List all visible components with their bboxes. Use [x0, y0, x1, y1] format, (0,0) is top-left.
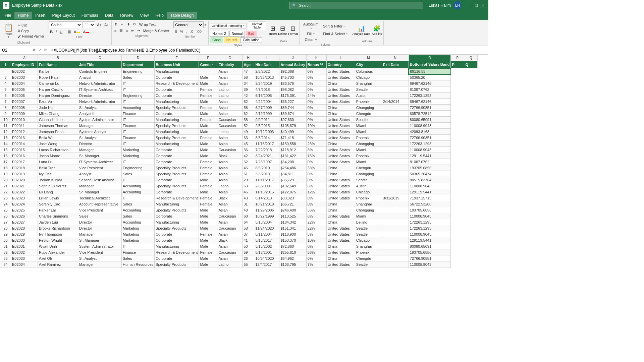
cell-N29[interactable]	[382, 231, 409, 237]
cell-D7[interactable]: IT	[122, 99, 155, 105]
cell-M27[interactable]: Beijing	[355, 219, 382, 225]
cell-M3[interactable]: Chicago	[355, 74, 382, 80]
cell-L9[interactable]: China	[326, 111, 355, 117]
cell-A11[interactable]: E02011	[11, 123, 38, 129]
minimize-button[interactable]: —	[467, 3, 472, 8]
cell-B22[interactable]: Eli Dang	[38, 189, 78, 195]
cell-C30[interactable]: Sr. Manager	[78, 237, 122, 243]
cell-E12[interactable]: Manufacturing	[155, 129, 199, 135]
cell-M21[interactable]: Austin	[355, 183, 382, 189]
cell-G19[interactable]: Asian	[217, 171, 243, 177]
cell-I19[interactable]: 3/3/2019	[254, 171, 279, 177]
cell-reference[interactable]: O2	[0, 46, 30, 55]
header-cell-C[interactable]: Job Title	[78, 61, 122, 68]
cell-F32[interactable]: Female	[199, 249, 217, 255]
cell-C33[interactable]: Sr. Analyst	[78, 255, 122, 261]
cell-A15[interactable]: E02015	[11, 147, 38, 153]
cell-C10[interactable]: System Administrator	[78, 117, 122, 123]
cell-G31[interactable]: Asian	[217, 243, 243, 249]
increase-indent-button[interactable]: ⇥	[136, 28, 142, 34]
normal2-style[interactable]: Normal 2	[210, 31, 228, 37]
cell-I28[interactable]: 11/24/2020	[254, 225, 279, 231]
cell-G27[interactable]: Asian	[217, 219, 243, 225]
cell-M13[interactable]: Phoenix	[355, 135, 382, 141]
cell-A17[interactable]: E02017	[11, 159, 38, 165]
format-button[interactable]: ⊡ Format	[288, 25, 298, 36]
cell-E22[interactable]: Corporate	[155, 189, 199, 195]
cell-B16[interactable]: Jacob Moore	[38, 153, 78, 159]
header-cell-B[interactable]: Full Name	[38, 61, 78, 68]
cell-A18[interactable]: E02018	[11, 165, 38, 171]
cell-H31[interactable]: 50	[243, 243, 254, 249]
cell-N22[interactable]	[382, 189, 409, 195]
menu-item-file[interactable]: File	[1, 12, 14, 19]
cell-G8[interactable]: Asian	[217, 105, 243, 111]
cell-F23[interactable]: Female	[199, 195, 217, 201]
cell-C2[interactable]: Controls Engineer	[78, 68, 122, 74]
cell-K7[interactable]: 0%	[306, 99, 326, 105]
cell-C20[interactable]: Service Desk Analyst	[78, 177, 122, 183]
cell-D13[interactable]: Finance	[122, 135, 155, 141]
add-ins-button[interactable]: 🧩 Add-ins	[372, 25, 382, 36]
cell-K4[interactable]: 0%	[306, 80, 326, 86]
cell-L2[interactable]: United States	[326, 68, 355, 74]
cell-I21[interactable]: 2/8/2009	[254, 183, 279, 189]
cell-N14[interactable]	[382, 141, 409, 147]
cell-B31[interactable]: Wyatt Dinh	[38, 243, 78, 249]
cell-N33[interactable]	[382, 255, 409, 261]
cell-B19[interactable]: Ivy Chau	[38, 171, 78, 177]
cell-C15[interactable]: Manager	[78, 147, 122, 153]
cell-O8[interactable]: 72766.90851	[409, 105, 451, 111]
cell-O14[interactable]: 172263.1293	[409, 141, 451, 147]
cell-L25[interactable]: China	[326, 207, 355, 213]
cell-G15[interactable]: Caucasian	[217, 147, 243, 153]
cell-K20[interactable]: 0%	[306, 177, 326, 183]
cell-N24[interactable]	[382, 201, 409, 207]
cell-A31[interactable]: E02031	[11, 243, 38, 249]
cell-A2[interactable]: E02002	[11, 68, 38, 74]
align-bottom-button[interactable]: ⬇	[126, 21, 131, 27]
cell-B29[interactable]: Ivy Thompson	[38, 231, 78, 237]
cell-E10[interactable]: Manufacturing	[155, 117, 199, 123]
cell-N27[interactable]	[382, 219, 409, 225]
cell-M7[interactable]: Phoenix	[355, 99, 382, 105]
cell-M16[interactable]: Phoenix	[355, 153, 382, 159]
cell-K28[interactable]: 22%	[306, 225, 326, 231]
cell-G9[interactable]: Asian	[217, 111, 243, 117]
cell-H34[interactable]: 55	[243, 261, 254, 267]
cell-B5[interactable]: Harper Castillo	[38, 86, 78, 93]
cell-M24[interactable]: Shanghai	[355, 201, 382, 207]
cell-I33[interactable]: 10/24/2020	[254, 255, 279, 261]
cell-E15[interactable]: Corporate	[155, 147, 199, 153]
cell-E13[interactable]: Specialty Products	[155, 135, 199, 141]
cell-A19[interactable]: E02019	[11, 171, 38, 177]
cell-H19[interactable]: 61	[243, 171, 254, 177]
cell-E3[interactable]: Corporate	[155, 74, 199, 80]
cell-L28[interactable]: United States	[326, 225, 355, 231]
cell-F5[interactable]: Female	[199, 86, 217, 93]
cell-F25[interactable]: Male	[199, 207, 217, 213]
cell-G13[interactable]: Asian	[217, 135, 243, 141]
header-cell-I[interactable]: Hire Date	[254, 61, 279, 68]
menu-item-review[interactable]: Review	[117, 12, 137, 19]
cell-O25[interactable]: 193705.6856	[409, 207, 451, 213]
cell-M6[interactable]: Austin	[355, 93, 382, 99]
align-right-button[interactable]: ≡	[124, 28, 129, 34]
cell-H4[interactable]: 34	[243, 80, 254, 86]
cell-O26[interactable]: 110008.9043	[409, 213, 451, 219]
cell-A28[interactable]: E02028	[11, 225, 38, 231]
cell-E18[interactable]: Specialty Products	[155, 165, 199, 171]
cell-L7[interactable]: United States	[326, 99, 355, 105]
cell-I18[interactable]: 8/5/2010	[254, 165, 279, 171]
cell-B11[interactable]: Jameson Thomas	[38, 123, 78, 129]
cell-H22[interactable]: 45	[243, 189, 254, 195]
cell-L30[interactable]: United States	[326, 237, 355, 243]
cell-M4[interactable]: Shanghai	[355, 80, 382, 86]
cell-D27[interactable]: Accounting	[122, 219, 155, 225]
cell-B21[interactable]: Sophia Gutierrez	[38, 183, 78, 189]
cell-K18[interactable]: 33%	[306, 165, 326, 171]
cell-B8[interactable]: Jade Hu	[38, 105, 78, 111]
cell-E4[interactable]: Research & Development	[155, 80, 199, 86]
cell-O24[interactable]: 56722.53286	[409, 201, 451, 207]
cell-H25[interactable]: 48	[243, 207, 254, 213]
